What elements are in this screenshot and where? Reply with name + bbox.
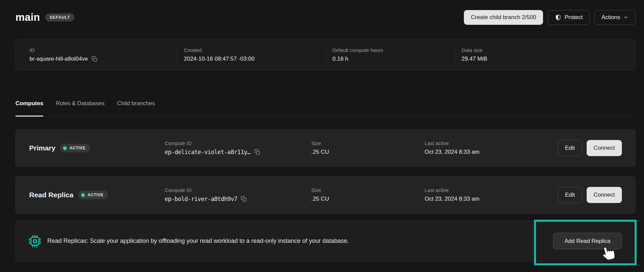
size-value: .25 CU [311, 196, 425, 202]
edit-button[interactable]: Edit [558, 187, 582, 203]
field-label: Created [184, 48, 326, 53]
data-size-value: 29.47 MiB [462, 56, 635, 62]
compute-id-value: ep-bold-river-a8tdh9v7 [165, 196, 237, 202]
compute-id-value: ep-delicate-violet-a8r11y… [165, 149, 251, 155]
status-label: ACTIVE [88, 193, 104, 197]
size-label: Size [311, 141, 425, 146]
connect-button[interactable]: Connect [587, 140, 622, 156]
copy-compute-id-button[interactable] [240, 196, 247, 202]
last-active-label: Last active [425, 188, 558, 193]
status-badge: ACTIVE [60, 144, 90, 152]
info-field-compute-hours: Default compute hours 0.16 h [326, 46, 455, 64]
tab-computes[interactable]: Computes [15, 100, 43, 116]
title-group: main DEFAULT [15, 11, 74, 23]
compute-hours-value: 0.16 h [332, 56, 455, 62]
edit-button[interactable]: Edit [558, 140, 582, 156]
cpu-chip-icon [28, 234, 42, 248]
status-badge: ACTIVE [78, 191, 108, 199]
compute-name: Read Replica [29, 191, 73, 199]
connect-button[interactable]: Connect [587, 187, 622, 203]
compute-id-label: Compute ID [165, 141, 311, 146]
copy-icon [254, 149, 261, 155]
create-child-branch-button[interactable]: Create child branch 2/500 [464, 10, 543, 25]
chevron-down-icon [623, 15, 629, 20]
tab-bar: Computes Roles & Databases Child branche… [15, 100, 636, 117]
shield-icon [555, 14, 561, 21]
page-title: main [15, 11, 40, 23]
tab-roles-databases[interactable]: Roles & Databases [56, 100, 105, 116]
compute-id-label: Compute ID [165, 188, 311, 193]
status-label: ACTIVE [69, 146, 86, 150]
tab-child-branches[interactable]: Child branches [117, 100, 155, 116]
size-value: .25 CU [311, 149, 425, 155]
branch-id-value: br-square-hill-a8ol04ve [30, 56, 88, 62]
status-dot-icon [81, 193, 85, 197]
banner-description: Read Replicas: Scale your application by… [47, 237, 349, 245]
actions-button[interactable]: Actions [594, 10, 636, 25]
compute-name: Primary [29, 144, 55, 152]
created-value: 2024-10-16 08:47:57 -03:00 [184, 56, 326, 62]
copy-icon [240, 196, 247, 202]
status-dot-icon [63, 146, 67, 150]
page-header: main DEFAULT Create child branch 2/500 P… [15, 9, 636, 25]
field-label: Data size [462, 48, 635, 53]
info-field-data-size: Data size 29.47 MiB [455, 46, 635, 64]
info-field-created: Created 2024-10-16 08:47:57 -03:00 [177, 46, 326, 64]
branch-info-card: ID br-square-hill-a8ol04ve Created 2024-… [15, 40, 636, 70]
info-field-id: ID br-square-hill-a8ol04ve [16, 46, 177, 64]
copy-branch-id-button[interactable] [91, 56, 98, 62]
header-actions: Create child branch 2/500 Protect Action… [464, 10, 636, 25]
copy-compute-id-button[interactable] [254, 149, 261, 155]
actions-label: Actions [601, 14, 620, 21]
protect-label: Protect [565, 14, 583, 21]
size-label: Size [311, 188, 425, 193]
copy-icon [91, 56, 98, 62]
field-label: Default compute hours [332, 48, 455, 53]
compute-row-primary: Primary ACTIVE Compute ID ep-delicate-vi… [15, 129, 636, 167]
default-badge: DEFAULT [45, 13, 74, 21]
read-replica-banner: Read Replicas: Scale your application by… [15, 220, 636, 262]
last-active-value: Oct 23, 2024 8:33 am [425, 196, 558, 202]
branch-page: main DEFAULT Create child branch 2/500 P… [0, 0, 644, 262]
field-label: ID [30, 48, 177, 53]
last-active-label: Last active [425, 141, 558, 146]
last-active-value: Oct 23, 2024 8:33 am [425, 149, 558, 155]
protect-button[interactable]: Protect [548, 10, 590, 25]
compute-row-read-replica: Read Replica ACTIVE Compute ID ep-bold-r… [15, 176, 636, 214]
